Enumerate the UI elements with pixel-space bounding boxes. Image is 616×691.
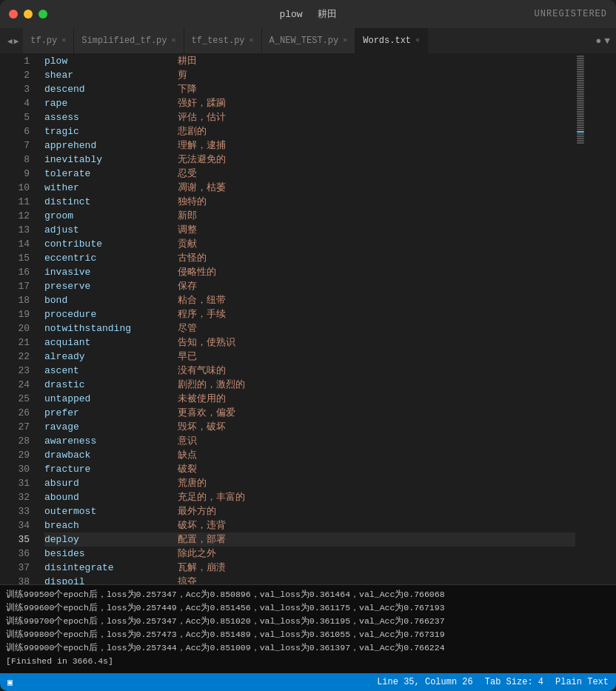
chinese-translation: 破裂	[178, 462, 197, 476]
minimap-line	[577, 58, 584, 59]
tab-close[interactable]: ✕	[61, 37, 66, 44]
english-word: tolerate	[44, 167, 178, 181]
tab-dropdown[interactable]: ● ▼	[589, 28, 616, 53]
chinese-translation: 缺点	[178, 448, 197, 462]
english-word: apprehend	[44, 138, 178, 153]
table-row: acquiant告知，使熟识	[44, 336, 575, 350]
table-row: besides除此之外	[44, 547, 575, 561]
line-number: 17	[0, 279, 30, 293]
tab-size[interactable]: Tab Size: 4	[485, 677, 543, 687]
table-row: untapped未被使用的	[44, 392, 575, 406]
minimize-button[interactable]	[24, 10, 33, 19]
minimap-line	[577, 67, 584, 68]
chinese-translation: 告知，使熟识	[178, 336, 235, 350]
minimap-line	[577, 118, 584, 119]
minimap-line	[577, 62, 584, 64]
minimap-line	[577, 73, 584, 75]
line-number: 28	[0, 434, 30, 448]
chinese-translation: 未被使用的	[178, 392, 226, 406]
table-row: notwithstanding尽管	[44, 321, 575, 336]
tab-list-icon[interactable]: ▼	[604, 36, 610, 47]
line-number: 36	[0, 547, 30, 561]
english-word: preserve	[44, 279, 178, 293]
english-word: abound	[44, 490, 178, 504]
minimap-line	[577, 60, 584, 61]
tab-close[interactable]: ✕	[172, 37, 176, 44]
english-word: acquiant	[44, 336, 178, 350]
file-type[interactable]: Plain Text	[555, 677, 609, 687]
minimap-line	[577, 107, 584, 108]
english-word: inevitably	[44, 153, 178, 167]
maximize-button[interactable]	[38, 10, 47, 19]
english-word: invasive	[44, 265, 178, 279]
line-number: 6	[0, 124, 30, 138]
chinese-translation: 保存	[178, 279, 197, 293]
english-word: already	[44, 350, 178, 364]
minimap-line	[577, 133, 584, 135]
table-row: rape强奸，蹂躏	[44, 96, 575, 110]
tab-nav-arrows: ◀ ▶	[3, 28, 23, 53]
table-row: procedure程序，手续	[44, 307, 575, 321]
line-number: 38	[0, 575, 30, 584]
line-number: 35	[0, 533, 30, 547]
table-row: dispoil掠夺	[44, 575, 575, 584]
table-row: tolerate忍受	[44, 167, 575, 181]
tab-tf-test-py[interactable]: tf_test.py ✕	[184, 28, 262, 53]
minimap-line	[577, 89, 584, 90]
table-row: apprehend理解，逮捕	[44, 138, 575, 153]
english-word: untapped	[44, 392, 178, 406]
table-row: fracture破裂	[44, 462, 575, 476]
tab-label: tf_test.py	[192, 36, 245, 46]
close-button[interactable]	[9, 10, 18, 19]
minimap-line	[577, 84, 584, 86]
tab-right-arrow[interactable]: ▶	[14, 36, 19, 46]
chinese-translation: 古怪的	[178, 251, 207, 265]
terminal-line: 训练999600个epoch后，loss为0.257449，Acc为0.8514…	[6, 601, 610, 615]
tab-simplified-tf-py[interactable]: Simplified_tf.py ✕	[74, 28, 184, 53]
titlebar-center: plow 耕田	[279, 7, 336, 21]
minimap-line	[577, 100, 584, 101]
chinese-translation: 贡献	[178, 237, 197, 251]
tab-tf-py[interactable]: tf.py ✕	[23, 28, 74, 53]
line-number: 20	[0, 321, 30, 336]
table-row: breach破坏，违背	[44, 518, 575, 533]
monitor-icon: ▣	[7, 677, 13, 688]
english-word: ravage	[44, 420, 178, 434]
tab-close[interactable]: ✕	[250, 37, 254, 44]
english-word: disintegrate	[44, 561, 178, 575]
line-number: 27	[0, 420, 30, 434]
window-subtitle: 耕田	[318, 7, 337, 21]
tab-close[interactable]: ✕	[343, 37, 347, 44]
tab-words-txt[interactable]: Words.txt ✕	[355, 28, 428, 53]
tab-label: Words.txt	[363, 36, 411, 46]
line-number: 15	[0, 251, 30, 265]
chinese-translation: 尽管	[178, 321, 197, 336]
line-number: 9	[0, 167, 30, 181]
tab-left-arrow[interactable]: ◀	[7, 36, 13, 46]
chinese-translation: 独特的	[178, 195, 207, 209]
table-row: plow耕田	[44, 54, 575, 68]
window-title: plow	[279, 9, 302, 20]
tab-close[interactable]: ✕	[415, 37, 420, 44]
line-number: 37	[0, 561, 30, 575]
terminal-output: 训练999500个epoch后，loss为0.257347，Acc为0.8508…	[0, 584, 616, 673]
table-row: disintegrate瓦解，崩溃	[44, 561, 575, 575]
code-content[interactable]: plow耕田shear剪descend下降rape强奸，蹂躏assess评估，估…	[37, 54, 575, 584]
chinese-translation: 耕田	[178, 54, 197, 68]
titlebar: plow 耕田 UNREGISTERED	[0, 0, 616, 28]
line-number: 7	[0, 138, 30, 153]
chinese-translation: 理解，逮捕	[178, 138, 226, 153]
minimap-line	[577, 124, 584, 126]
line-number: 10	[0, 181, 30, 195]
chinese-translation: 荒唐的	[178, 476, 207, 490]
tab-a-new-test-py[interactable]: A_NEW_TEST.py ✕	[262, 28, 356, 53]
english-word: awareness	[44, 434, 178, 448]
line-number: 4	[0, 96, 30, 110]
line-number: 8	[0, 153, 30, 167]
chinese-translation: 瓦解，崩溃	[178, 561, 226, 575]
english-word: rape	[44, 96, 178, 110]
chinese-translation: 忍受	[178, 167, 197, 181]
chinese-translation: 更喜欢，偏爱	[178, 406, 235, 420]
tabbar: ◀ ▶ tf.py ✕ Simplified_tf.py ✕ tf_test.p…	[0, 28, 616, 54]
chinese-translation: 配置，部署	[178, 533, 226, 547]
